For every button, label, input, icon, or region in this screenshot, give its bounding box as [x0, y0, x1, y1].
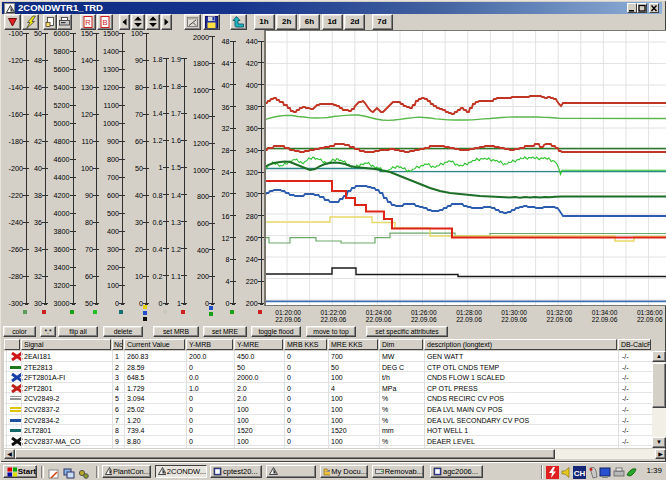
- svg-text:B: B: [102, 18, 107, 27]
- svg-text:R: R: [85, 18, 91, 27]
- svg-text:CH: CH: [574, 469, 586, 478]
